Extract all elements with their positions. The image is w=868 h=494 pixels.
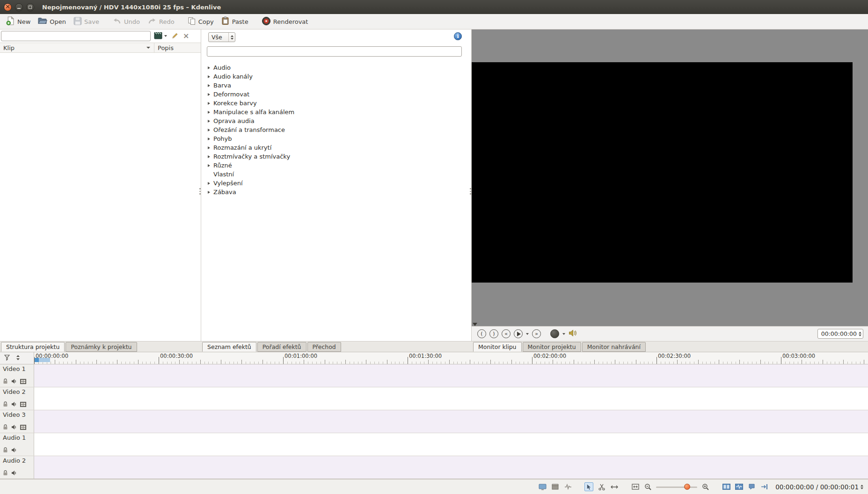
tab-clip-monitor[interactable]: Monitor klipu [473, 342, 522, 352]
effect-category-fades[interactable]: Roztmívačky a stmívačky [208, 152, 471, 161]
effect-category-color-correction[interactable]: Korekce barvy [208, 99, 471, 108]
effect-category-audio[interactable]: Audio [208, 63, 471, 72]
statusbar-timecode-field[interactable]: 00:00:00:00 / 00:00:00:01 [773, 483, 863, 491]
effect-category-fun[interactable]: Zábava [208, 188, 471, 196]
tab-transition[interactable]: Přechod [307, 342, 341, 352]
track-header[interactable]: Video 3 [0, 410, 34, 433]
track-lane[interactable] [34, 364, 868, 387]
track-header[interactable]: Video 2 [0, 387, 34, 410]
open-button[interactable]: Open [34, 15, 70, 28]
zoom-slider[interactable] [656, 483, 697, 491]
effects-info-button[interactable]: i [454, 32, 462, 40]
audio-wave-icon[interactable] [563, 482, 572, 491]
tab-effect-list[interactable]: Seznam efektů [202, 342, 256, 352]
effect-category-deform[interactable]: Deformovat [208, 90, 471, 99]
minimize-button[interactable] [15, 3, 23, 11]
timeline-menu-icon[interactable] [4, 355, 10, 362]
maximize-button[interactable] [26, 3, 34, 11]
close-button[interactable] [4, 3, 12, 11]
mute-icon[interactable] [11, 424, 17, 431]
effect-category-motion[interactable]: Pohyb [208, 134, 471, 143]
play-menu-chevron-icon[interactable] [526, 333, 529, 335]
delete-clip-button[interactable]: × [182, 32, 190, 40]
play-button[interactable] [514, 329, 523, 338]
undo-button[interactable]: Undo [109, 15, 144, 28]
zone-start-button[interactable]: ( [477, 329, 486, 338]
effect-category-misc[interactable]: Různé [208, 161, 471, 170]
track-header[interactable]: Audio 1 [0, 433, 34, 456]
audio-thumbnails-toggle-icon[interactable] [735, 482, 744, 491]
column-header-klip[interactable]: Klip [0, 43, 154, 52]
monitor-config-button[interactable] [550, 329, 559, 338]
video-thumbnails-toggle-icon[interactable] [722, 482, 731, 491]
effect-category-custom[interactable]: Vlastní [208, 170, 471, 179]
new-button[interactable]: New [2, 15, 34, 28]
seek-position-marker[interactable] [473, 323, 477, 326]
paste-button[interactable]: Paste [218, 15, 252, 28]
panel-splitter[interactable] [199, 185, 201, 197]
video-thumbnails-icon[interactable] [20, 401, 26, 408]
razor-tool-icon[interactable] [597, 482, 606, 491]
snap-toggle-icon[interactable] [760, 482, 769, 491]
video-thumbnails-icon[interactable] [20, 424, 26, 431]
mute-icon[interactable] [11, 401, 17, 408]
track-header[interactable]: Video 1 [0, 364, 34, 387]
mute-icon[interactable] [11, 378, 17, 385]
zoom-slider-handle[interactable] [684, 484, 690, 490]
render-button[interactable]: Renderovat [258, 15, 312, 29]
add-clip-button[interactable] [153, 31, 168, 41]
track-header[interactable]: Audio 2 [0, 456, 34, 479]
redo-button[interactable]: Redo [144, 15, 178, 28]
effect-category-crop-transform[interactable]: Ořezání a transformace [208, 125, 471, 134]
lock-icon[interactable] [3, 401, 8, 408]
tab-record-monitor[interactable]: Monitor nahrávání [582, 342, 646, 352]
zoom-out-icon[interactable] [643, 482, 652, 491]
volume-icon[interactable] [569, 329, 578, 338]
save-button[interactable]: Save [70, 15, 103, 28]
lock-icon[interactable] [3, 378, 8, 385]
timecode-spinner[interactable] [859, 332, 861, 336]
markers-toggle-icon[interactable] [747, 482, 756, 491]
clapperboard-icon[interactable] [551, 482, 560, 491]
selection-tool-icon[interactable] [584, 482, 593, 491]
monitor-icon[interactable] [538, 482, 547, 491]
panel-splitter[interactable] [469, 185, 472, 197]
column-header-popis[interactable]: Popis [154, 44, 201, 51]
effect-category-alpha[interactable]: Manipulace s alfa kanálem [208, 108, 471, 116]
effect-filter-combo[interactable]: Vše [208, 32, 235, 42]
project-search-input[interactable] [1, 31, 151, 41]
effect-category-color[interactable]: Barva [208, 81, 471, 90]
copy-button[interactable]: Copy [184, 15, 218, 28]
track-lane[interactable] [34, 387, 868, 410]
zoom-fit-icon[interactable] [631, 482, 640, 491]
effects-search-input[interactable] [207, 46, 462, 57]
lock-icon[interactable] [3, 447, 8, 454]
track-lane[interactable] [34, 433, 868, 456]
track-lane[interactable] [34, 410, 868, 433]
monitor-timecode-field[interactable]: 00:00:00:00 [817, 329, 863, 339]
timeline-zone-bar[interactable] [39, 358, 50, 362]
rewind-button[interactable]: « [502, 329, 511, 338]
effect-category-blur[interactable]: Rozmazání a ukrytí [208, 143, 471, 152]
lock-icon[interactable] [3, 470, 8, 477]
zoom-in-icon[interactable] [701, 482, 710, 491]
tab-project-notes[interactable]: Poznámky k projektu [66, 342, 137, 352]
video-thumbnails-icon[interactable] [20, 378, 26, 385]
mute-icon[interactable] [11, 470, 17, 477]
tab-project-tree[interactable]: Struktura projektu [1, 342, 65, 352]
effect-category-enhancement[interactable]: Vylepšení [208, 179, 471, 188]
mute-icon[interactable] [11, 447, 17, 454]
edit-clip-button[interactable] [170, 31, 180, 41]
timecode-spinner[interactable] [861, 485, 863, 489]
tab-effect-stack[interactable]: Pořadí efektů [257, 342, 306, 352]
effect-category-audio-fix[interactable]: Oprava audia [208, 116, 471, 125]
timeline-playhead-marker[interactable] [35, 358, 39, 362]
project-tree-body[interactable] [0, 53, 201, 341]
tab-project-monitor[interactable]: Monitor projektu [523, 342, 581, 352]
timeline-ruler[interactable]: 00:00:00:00 00:00:30:00 00:01:00:00 00:0… [34, 352, 868, 364]
effect-category-audio-channels[interactable]: Audio kanály [208, 72, 471, 81]
track-height-icon[interactable] [15, 355, 21, 362]
config-menu-chevron-icon[interactable] [562, 333, 565, 335]
forward-button[interactable]: » [532, 329, 541, 338]
zone-end-button[interactable]: ) [489, 329, 498, 338]
